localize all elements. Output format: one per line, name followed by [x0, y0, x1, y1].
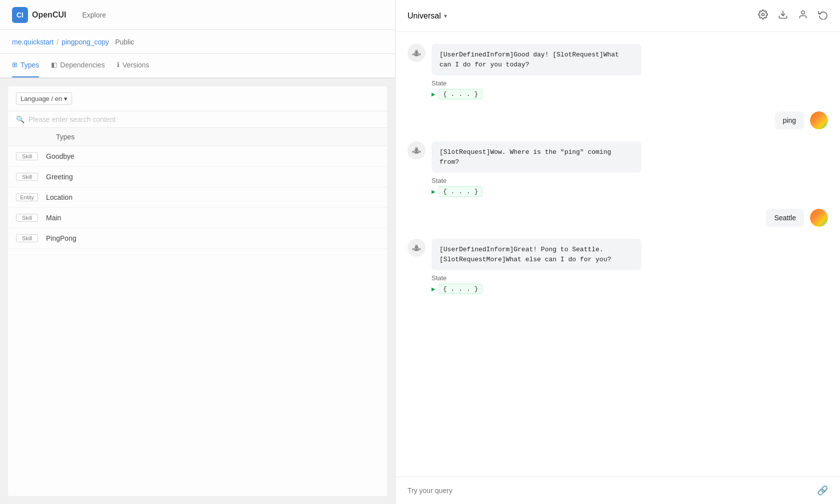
chat-input[interactable]: [408, 487, 813, 495]
search-placeholder[interactable]: Please enter search content: [28, 115, 116, 123]
row-badge-greeting: Skill: [16, 173, 38, 181]
chat-messages: [UserDefinedInform]Good day! [SlotReques…: [396, 32, 840, 477]
row-badge-location: Entity: [16, 193, 38, 201]
language-dropdown[interactable]: Language / en ▾: [16, 92, 72, 105]
svg-rect-20: [415, 245, 418, 247]
row-name-goodbye: Goodbye: [46, 152, 74, 160]
language-label: Language / en: [20, 95, 62, 102]
svg-rect-11: [414, 150, 418, 153]
state-value-1: { . . . }: [438, 89, 482, 99]
state-code-3[interactable]: ▶ { . . . }: [432, 284, 828, 294]
svg-point-14: [417, 151, 418, 152]
bot-message-3-text: [UserDefinedInform]Great! Pong to Seattl…: [440, 246, 611, 263]
bot-bubble-1: [UserDefinedInform]Good day! [SlotReques…: [432, 44, 642, 75]
bot-message-row-3: [UserDefinedInform]Great! Pong to Seattl…: [408, 239, 828, 270]
svg-rect-15: [412, 151, 414, 153]
universal-label: Universal: [408, 11, 441, 20]
svg-point-5: [415, 53, 416, 54]
state-block-3: State ▶ { . . . }: [432, 274, 828, 294]
logo-box: CI: [12, 7, 28, 23]
row-name-pingpong: PingPong: [46, 234, 76, 242]
breadcrumb: me.quickstart / pingpong_copy Public: [0, 30, 395, 54]
state-code-1[interactable]: ▶ { . . . }: [432, 89, 828, 99]
row-name-main: Main: [46, 214, 61, 222]
svg-rect-19: [414, 247, 418, 251]
logo-area[interactable]: CI OpenCUI: [12, 7, 66, 23]
tab-versions-label: Versions: [122, 61, 150, 69]
refresh-icon[interactable]: [818, 9, 828, 22]
download-icon[interactable]: [778, 9, 788, 22]
avatar-circle-1: [810, 111, 828, 129]
user-avatar-1: [810, 111, 828, 129]
state-value-2: { . . . }: [438, 186, 482, 197]
svg-point-13: [415, 151, 416, 152]
bot-message-row-2: [SlotRequest]Wow. Where is the "ping" co…: [408, 141, 828, 173]
svg-rect-17: [416, 147, 416, 148]
table-row[interactable]: Entity Location: [8, 187, 387, 208]
app-name: OpenCUI: [32, 10, 66, 19]
chat-header-icons: [758, 9, 828, 22]
bot-message-2-text: [SlotRequest]Wow. Where is the "ping" co…: [440, 148, 611, 166]
settings-icon[interactable]: [758, 9, 768, 22]
svg-rect-10: [416, 50, 417, 51]
user-bubble-1: ping: [775, 111, 804, 129]
chat-selector[interactable]: Universal ▾: [408, 11, 447, 20]
types-icon: ⊞: [12, 61, 18, 68]
dropdown-chevron: ▾: [64, 95, 68, 102]
state-arrow-1: ▶: [432, 91, 436, 97]
svg-rect-8: [420, 53, 421, 55]
svg-rect-23: [412, 248, 414, 250]
svg-point-6: [417, 53, 418, 54]
user-message-row-1: ping: [408, 111, 828, 129]
avatar-circle-2: [810, 209, 828, 227]
chevron-down-icon: ▾: [444, 12, 447, 19]
table-row[interactable]: Skill Main: [8, 208, 387, 228]
breadcrumb-project[interactable]: pingpong_copy: [62, 38, 109, 46]
row-name-location: Location: [46, 193, 72, 201]
profile-icon[interactable]: [798, 9, 808, 22]
message-group-3: [UserDefinedInform]Great! Pong to Seattl…: [408, 239, 828, 294]
row-name-greeting: Greeting: [46, 173, 73, 181]
svg-rect-25: [416, 245, 416, 246]
state-arrow-2: ▶: [432, 189, 436, 194]
search-bar: 🔍 Please enter search content: [8, 111, 387, 128]
state-label-3: State: [432, 274, 828, 282]
user-message-2-text: Seattle: [774, 214, 796, 222]
user-message-1-text: ping: [783, 116, 796, 124]
svg-rect-4: [415, 50, 418, 52]
tab-dependencies[interactable]: ◧ Dependencies: [51, 54, 105, 77]
user-message-row-2: Seattle: [408, 209, 828, 227]
breadcrumb-namespace[interactable]: me.quickstart: [12, 38, 54, 46]
tab-types[interactable]: ⊞ Types: [12, 54, 39, 77]
tab-dependencies-label: Dependencies: [60, 61, 105, 69]
bot-bubble-2: [SlotRequest]Wow. Where is the "ping" co…: [432, 141, 642, 173]
svg-rect-18: [416, 147, 417, 148]
row-badge-pingpong: Skill: [16, 234, 38, 242]
versions-icon: ℹ: [117, 61, 120, 68]
table-row[interactable]: Skill Goodbye: [8, 146, 387, 167]
svg-point-2: [802, 11, 805, 14]
state-value-3: { . . . }: [438, 284, 482, 294]
svg-rect-16: [420, 151, 421, 153]
explore-link[interactable]: Explore: [82, 11, 106, 19]
attach-icon[interactable]: 🔗: [817, 485, 828, 496]
tab-types-label: Types: [20, 61, 39, 69]
bot-message-1-text: [UserDefinedInform]Good day! [SlotReques…: [440, 51, 619, 68]
tab-bar: ⊞ Types ◧ Dependencies ℹ Versions: [0, 54, 395, 78]
content-area: Language / en ▾ 🔍 Please enter search co…: [8, 86, 387, 496]
svg-rect-26: [416, 245, 417, 246]
svg-rect-7: [412, 53, 414, 55]
table-row[interactable]: Skill PingPong: [8, 228, 387, 249]
left-panel: CI OpenCUI Explore me.quickstart / pingp…: [0, 0, 395, 504]
bot-avatar: [408, 44, 426, 62]
state-code-2[interactable]: ▶ { . . . }: [432, 186, 828, 197]
table-row[interactable]: Skill Greeting: [8, 167, 387, 187]
svg-rect-9: [416, 50, 416, 51]
message-group-1: [UserDefinedInform]Good day! [SlotReques…: [408, 44, 828, 99]
row-badge-goodbye: Skill: [16, 152, 38, 160]
tab-versions[interactable]: ℹ Versions: [117, 54, 150, 77]
dependencies-icon: ◧: [51, 61, 57, 68]
state-label-1: State: [432, 79, 828, 87]
svg-rect-3: [414, 52, 418, 56]
message-group-2: [SlotRequest]Wow. Where is the "ping" co…: [408, 141, 828, 197]
